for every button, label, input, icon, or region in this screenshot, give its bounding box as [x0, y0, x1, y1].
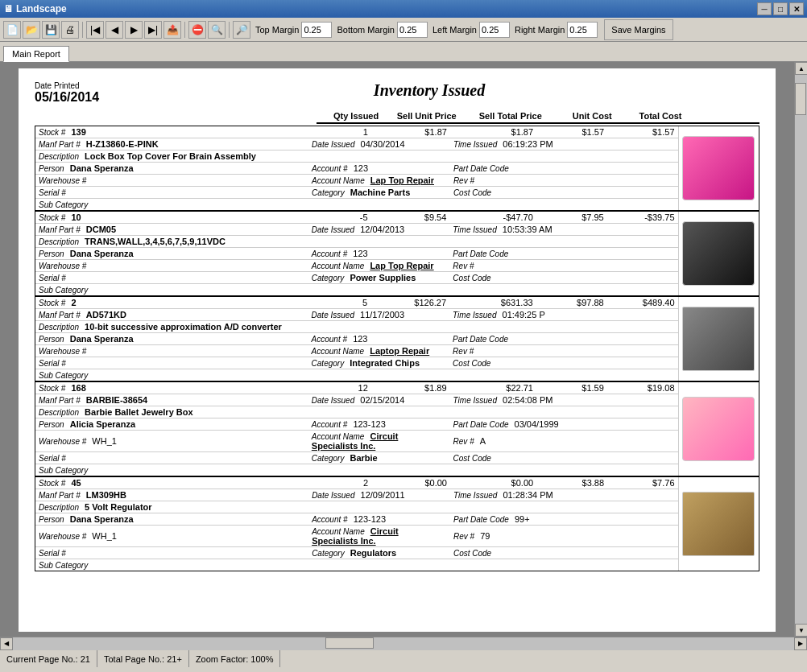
current-page-text: Current Page No.: 21: [6, 654, 90, 664]
zoom-text: Zoom Factor: 100%: [196, 654, 274, 664]
part-date-code: 99+: [515, 514, 530, 524]
title-bar: 🖥 Landscape ─ □ ✕: [0, 0, 807, 18]
first-page-button[interactable]: |◀: [86, 21, 104, 39]
app-icon: 🖥: [3, 3, 13, 14]
category: Barbie: [350, 453, 377, 463]
product-image: [682, 221, 755, 286]
right-margin-input[interactable]: [567, 22, 598, 38]
left-margin-group: Left Margin: [432, 22, 510, 38]
new-button[interactable]: 📄: [3, 21, 21, 39]
description: Lock Box Top Cover For Brain Assembly: [85, 151, 256, 161]
scroll-track[interactable]: [795, 75, 807, 624]
product-image: [682, 307, 755, 371]
person: Alicia Speranza: [70, 419, 135, 429]
total-cost-value: $489.40: [607, 297, 678, 309]
scroll-down-button[interactable]: ▼: [795, 624, 807, 637]
maximize-button[interactable]: □: [773, 2, 788, 15]
sell-total-value: $0.00: [450, 477, 536, 489]
report-scroll[interactable]: Date Printed 05/16/2014 Inventory Issued…: [0, 62, 794, 637]
sell-unit-value: $1.89: [371, 382, 450, 394]
account: 123: [353, 334, 367, 344]
description: 5 Volt Regulator: [85, 502, 152, 512]
person: Dana Speranza: [70, 514, 134, 524]
scroll-up-button[interactable]: ▲: [795, 62, 807, 75]
h-scroll-thumb[interactable]: [325, 637, 374, 649]
top-margin-input[interactable]: [301, 22, 332, 38]
toolbar: 📄 📂 💾 🖨 |◀ ◀ ▶ ▶| 📤 ⛔ 🔍 🔎 Top Margin Bot…: [0, 18, 807, 42]
sep3: [229, 22, 230, 38]
list-item: Stock # 168 12 $1.89 $22.71 $1.59 $19.08…: [35, 381, 759, 476]
qty-value: 12: [308, 382, 371, 394]
person: Dana Speranza: [70, 163, 134, 173]
time-issued: 10:53:39 AM: [503, 225, 552, 234]
date-issued: 11/17/2003: [360, 310, 404, 320]
product-image: [682, 492, 755, 556]
scroll-right-button[interactable]: ▶: [794, 637, 807, 650]
rev: A: [480, 436, 486, 446]
qty-value: 1: [308, 126, 371, 138]
category: Regulators: [350, 548, 396, 558]
title-bar-text: Landscape: [16, 3, 67, 14]
time-issued: 01:28:34 PM: [503, 490, 552, 500]
stop-button[interactable]: ⛔: [188, 21, 206, 39]
h-scroll-track[interactable]: [13, 637, 794, 650]
sell-unit-value: $9.54: [371, 212, 450, 224]
export-button[interactable]: 📤: [163, 21, 181, 39]
manf-part: H-Z13860-E-PINK: [86, 139, 159, 149]
tab-bar: Main Report: [0, 42, 807, 61]
zoom-button[interactable]: 🔎: [233, 21, 250, 39]
col-total-cost: Total Cost: [612, 111, 682, 121]
top-margin-label: Top Margin: [255, 25, 299, 35]
sell-total-value: $631.33: [449, 297, 536, 309]
list-item: Stock # 45 2 $0.00 $0.00 $3.88 $7.76 Man…: [35, 476, 759, 571]
close-button[interactable]: ✕: [789, 2, 804, 15]
vertical-scrollbar[interactable]: ▲ ▼: [794, 62, 807, 637]
report-header: Inventory Issued: [35, 81, 759, 100]
refresh-button[interactable]: 🔍: [208, 21, 226, 39]
sell-total-value: $22.71: [450, 382, 536, 394]
left-margin-input[interactable]: [479, 22, 510, 38]
bottom-margin-label: Bottom Margin: [337, 25, 395, 35]
unit-cost-value: $1.59: [536, 382, 607, 394]
person: Dana Speranza: [70, 334, 134, 344]
sub-category: Sub Category: [39, 561, 88, 570]
account: 123: [353, 249, 367, 258]
account-name: Lap Top Repair: [370, 261, 433, 270]
account: 123-123: [354, 514, 386, 524]
horizontal-scrollbar[interactable]: ◀ ▶: [0, 637, 807, 649]
list-item: Stock # 10 -5 $9.54 -$47.70 $7.95 -$39.7…: [35, 211, 759, 296]
unit-cost-value: $1.57: [536, 126, 607, 138]
total-cost-value: $19.08: [607, 382, 678, 394]
save-margins-button[interactable]: Save Margins: [604, 19, 672, 40]
time-issued: 06:19:23 PM: [503, 139, 552, 149]
manf-part: DCM05: [86, 225, 116, 234]
items-container: Stock # 139 1 $1.87 $1.87 $1.57 $1.57 Ma…: [35, 126, 759, 571]
status-bar: Current Page No.: 21 Total Page No.: 21+…: [0, 649, 807, 667]
manf-part: BARBIE-38654: [86, 395, 147, 405]
bottom-margin-input[interactable]: [397, 22, 428, 38]
next-page-button[interactable]: ▶: [125, 21, 143, 39]
list-item: Stock # 139 1 $1.87 $1.87 $1.57 $1.57 Ma…: [35, 126, 759, 211]
scroll-thumb[interactable]: [795, 83, 806, 115]
report-page: Date Printed 05/16/2014 Inventory Issued…: [19, 68, 776, 632]
account-name: Laptop Repair: [370, 346, 429, 356]
product-image: [682, 397, 755, 461]
col-unit-cost: Unit Cost: [542, 111, 612, 121]
scroll-left-button[interactable]: ◀: [0, 637, 13, 650]
sub-category: Sub Category: [39, 466, 88, 475]
zoom-segment: Zoom Factor: 100%: [189, 650, 281, 667]
right-margin-group: Right Margin: [515, 22, 598, 38]
last-page-button[interactable]: ▶|: [144, 21, 162, 39]
print-button[interactable]: 🖨: [61, 21, 79, 39]
sell-total-value: $1.87: [450, 126, 536, 138]
tab-main-report[interactable]: Main Report: [3, 46, 69, 62]
description: TRANS,WALL,3,4,5,6,7,5,9,11VDC: [85, 237, 226, 246]
minimize-button[interactable]: ─: [757, 2, 772, 15]
qty-value: 5: [308, 297, 371, 309]
prev-page-button[interactable]: ◀: [106, 21, 123, 39]
save-button[interactable]: 💾: [42, 21, 60, 39]
time-issued: 02:54:08 PM: [503, 395, 552, 405]
open-button[interactable]: 📂: [23, 21, 40, 39]
bottom-margin-group: Bottom Margin: [337, 22, 428, 38]
sep1: [82, 22, 83, 38]
